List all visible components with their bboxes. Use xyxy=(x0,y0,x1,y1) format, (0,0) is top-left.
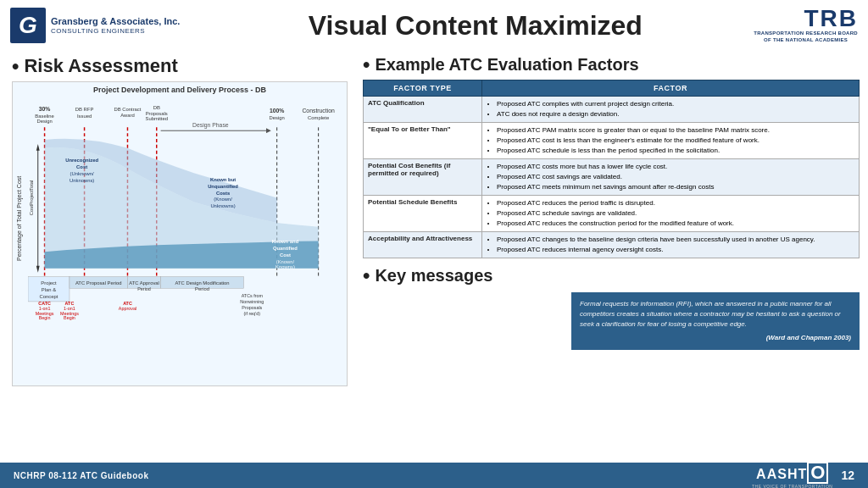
footer-right: AASHT O THE VOICE OF TRANSPORTATION 12 xyxy=(752,462,854,488)
svg-text:ATCs from: ATCs from xyxy=(242,293,264,298)
svg-text:Total: Total xyxy=(29,180,34,191)
atc-section-title: • Example ATC Evaluation Factors xyxy=(363,53,860,76)
svg-text:DB Contract: DB Contract xyxy=(114,107,142,112)
svg-text:DB RFP: DB RFP xyxy=(75,107,94,112)
svg-text:30%: 30% xyxy=(39,106,51,112)
svg-text:Concept: Concept xyxy=(40,294,58,299)
risk-assessment-title: • Risk Assessment xyxy=(12,54,348,78)
aashto-o-box: O xyxy=(807,462,828,484)
table-row: Acceptability and AttractivenessProposed… xyxy=(364,232,860,258)
svg-text:Begin: Begin xyxy=(64,315,75,320)
list-item: Proposed ATC complies with current proje… xyxy=(497,99,854,109)
footer-text: NCHRP 08-112 ATC Guidebook xyxy=(14,471,149,480)
aashto-subtitle: THE VOICE OF TRANSPORTATION xyxy=(752,484,832,488)
page-number: 12 xyxy=(841,469,854,482)
quote-citation: (Ward and Chapman 2003) xyxy=(580,333,851,343)
quote-box: Formal requests for information (RFI), w… xyxy=(571,292,860,350)
svg-text:ATC Proposal Period: ATC Proposal Period xyxy=(75,280,122,286)
svg-text:Unrecognized: Unrecognized xyxy=(65,158,98,163)
list-item: Proposed ATC changes to the baseline des… xyxy=(497,235,854,245)
svg-text:Award: Award xyxy=(120,113,135,118)
list-item: Proposed ATC cost savings are validated. xyxy=(497,172,854,182)
factor-type-cell: ATC Qualification xyxy=(364,97,482,123)
atc-evaluation-table: FACTOR TYPE FACTOR ATC QualificationProp… xyxy=(363,80,860,258)
list-item: Proposed ATC reduces the period traffic … xyxy=(497,198,854,208)
svg-text:Begin: Begin xyxy=(39,315,51,320)
list-item: Proposed ATC reduces internal agency ove… xyxy=(497,245,854,255)
list-item: Proposed ATC cost is less than the engin… xyxy=(497,136,854,146)
chart-svg: 30% Baseline Design DB RFP Issued DB Con… xyxy=(28,96,343,341)
atc-section-label: Example ATC Evaluation Factors xyxy=(375,55,638,75)
factor-type-cell: Potential Cost Benefits (if permitted or… xyxy=(364,159,482,196)
key-messages-title: • Key messages xyxy=(363,263,860,287)
trb-letters: TRB xyxy=(804,7,858,30)
trb-subtitle: TRANSPORTATION RESEARCH BOARD OF THE NAT… xyxy=(754,30,858,44)
list-item: Proposed ATC schedule savings are valida… xyxy=(497,208,854,219)
table-row: Potential Cost Benefits (if permitted or… xyxy=(364,159,860,196)
svg-marker-27 xyxy=(36,266,40,273)
svg-text:Design: Design xyxy=(36,119,52,124)
factor-type-cell: Acceptability and Attractiveness xyxy=(364,232,482,258)
svg-text:Proposals: Proposals xyxy=(242,305,262,310)
bullet-icon: • xyxy=(12,54,19,78)
aashto-logo: AASHT O THE VOICE OF TRANSPORTATION xyxy=(752,462,832,488)
svg-text:Project: Project xyxy=(29,190,34,206)
col-factor: FACTOR xyxy=(482,80,860,97)
svg-text:Approval: Approval xyxy=(119,306,136,311)
chart-area: 30% Baseline Design DB RFP Issued DB Con… xyxy=(28,96,343,341)
chart-title: Project Development and Delivery Process… xyxy=(16,86,343,94)
page-title: Visual Content Maximized xyxy=(180,10,754,42)
factor-type-cell: "Equal To or Better Than" xyxy=(364,123,482,159)
svg-text:Submitted: Submitted xyxy=(146,116,168,121)
right-panel: • Example ATC Evaluation Factors FACTOR … xyxy=(356,51,868,463)
list-item: Proposed ATC meets minimum net savings a… xyxy=(497,182,854,192)
header: G Gransberg & Associates, Inc. CONSULTIN… xyxy=(0,0,868,51)
svg-marker-26 xyxy=(36,144,40,151)
list-item: ATC does not require a design deviation. xyxy=(497,109,854,119)
logo-box: G Gransberg & Associates, Inc. CONSULTIN… xyxy=(10,8,180,43)
svg-text:(Known/: (Known/ xyxy=(214,197,232,202)
svg-text:Known but: Known but xyxy=(210,177,236,182)
svg-text:Knowns): Knowns) xyxy=(275,264,295,269)
factor-cell: Proposed ATC reduces the period traffic … xyxy=(482,196,860,232)
trb-logo: TRB TRANSPORTATION RESEARCH BOARD OF THE… xyxy=(754,7,858,44)
svg-text:Design Phase: Design Phase xyxy=(192,122,229,129)
svg-text:ATC Approval: ATC Approval xyxy=(129,280,159,286)
table-row: Potential Schedule BenefitsProposed ATC … xyxy=(364,196,860,232)
main-content: • Risk Assessment Project Development an… xyxy=(0,51,868,463)
svg-text:Costs: Costs xyxy=(216,191,231,196)
svg-text:Quantified: Quantified xyxy=(273,246,298,251)
factor-cell: Proposed ATC complies with current proje… xyxy=(482,97,860,123)
svg-text:Period: Period xyxy=(195,286,209,291)
svg-text:Unquantified: Unquantified xyxy=(208,184,238,189)
factor-type-cell: Potential Schedule Benefits xyxy=(364,196,482,232)
svg-text:Design: Design xyxy=(270,115,285,120)
aashto-main-text: AASHT xyxy=(756,467,807,482)
atc-bullet-icon: • xyxy=(363,53,370,76)
list-item: Proposed ATC costs more but has a lower … xyxy=(497,162,854,172)
svg-text:(Unknown/: (Unknown/ xyxy=(70,171,94,176)
svg-text:Complete: Complete xyxy=(308,115,329,120)
km-bullet-icon: • xyxy=(363,263,370,287)
list-item: Proposed ATC reduces the construction pe… xyxy=(497,219,854,229)
svg-text:Cost: Cost xyxy=(280,252,291,258)
company-sub: CONSULTING ENGINEERS xyxy=(51,27,180,35)
list-item: Proposed ATC schedule is less than the p… xyxy=(497,146,854,156)
svg-text:Unknowns): Unknowns) xyxy=(70,178,94,183)
table-body: ATC QualificationProposed ATC complies w… xyxy=(364,97,860,258)
y-axis-label: Percentage of Total Project Cost xyxy=(16,96,28,341)
svg-text:100%: 100% xyxy=(270,108,285,114)
table-row: "Equal To or Better Than"Proposed ATC PA… xyxy=(364,123,860,159)
svg-text:Plan &: Plan & xyxy=(42,287,56,292)
svg-text:Issued: Issued xyxy=(77,114,92,119)
company-logo-letter: G xyxy=(10,8,46,43)
svg-text:Construction: Construction xyxy=(302,108,335,114)
svg-text:(if req'd): (if req'd) xyxy=(244,311,261,316)
table-row: ATC QualificationProposed ATC complies w… xyxy=(364,97,860,123)
risk-assessment-label: Risk Assessment xyxy=(24,55,177,77)
svg-text:Unknowns): Unknowns) xyxy=(210,203,235,208)
header-row: FACTOR TYPE FACTOR xyxy=(364,80,860,97)
quote-text: Formal requests for information (RFI), w… xyxy=(580,300,841,328)
svg-text:Period: Period xyxy=(137,286,151,291)
footer: NCHRP 08-112 ATC Guidebook AASHT O THE V… xyxy=(0,463,868,488)
